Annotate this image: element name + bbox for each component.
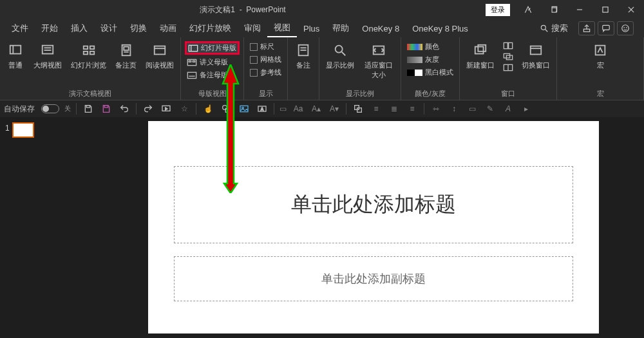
svg-rect-30 (193, 61, 194, 62)
font-decrease-icon[interactable]: A▾ (328, 103, 341, 115)
slide-master-button[interactable]: 幻灯片母版 (185, 41, 240, 55)
titlebar: 演示文稿1 - PowerPoint 登录 (0, 0, 644, 19)
group-window: 新建窗口 切换窗口 窗口 (460, 37, 557, 100)
slide-sorter-button[interactable]: 幻灯片浏览 (68, 40, 109, 71)
slideshow-start-icon[interactable] (160, 103, 173, 115)
title-placeholder[interactable]: 单击此处添加标题 (174, 166, 573, 243)
zoom-button[interactable]: 显示比例 (323, 40, 357, 71)
maximize-icon[interactable] (592, 0, 618, 19)
checkbox-icon (250, 43, 258, 51)
eyedropper-icon[interactable]: ✎ (484, 103, 497, 115)
overflow-icon[interactable]: ▸ (520, 103, 533, 115)
normal-view-button[interactable]: 普通 (4, 40, 27, 71)
align-left-icon[interactable]: ≡ (370, 103, 383, 115)
bring-front-icon[interactable] (352, 103, 365, 115)
group-label: 宏 (561, 88, 639, 99)
arrange-all-icon[interactable] (501, 41, 515, 50)
slide-area[interactable]: 单击此处添加标题 单击此处添加副标题 (103, 117, 644, 338)
notes-master-button[interactable]: 备注母版 (185, 70, 240, 80)
picture-icon[interactable] (238, 103, 251, 115)
cascade-icon[interactable] (501, 52, 515, 61)
align-right-icon[interactable]: ≡ (406, 103, 419, 115)
subtitle-placeholder[interactable]: 单击此处添加副标题 (174, 256, 573, 301)
color-button[interactable]: 颜色 (405, 41, 455, 52)
simplify-ribbon-icon[interactable] (515, 0, 541, 19)
blackwhite-button[interactable]: 黑白模式 (405, 67, 455, 78)
distribute-v-icon[interactable]: ↕ (448, 103, 460, 115)
tab-help[interactable]: 帮助 (326, 20, 355, 37)
tab-animations[interactable]: 动画 (153, 20, 183, 37)
tab-onekey8plus[interactable]: OneKey 8 Plus (406, 21, 475, 36)
switch-windows-button[interactable]: 切换窗口 (519, 40, 553, 71)
tab-view[interactable]: 视图 (267, 19, 297, 37)
tab-onekey8[interactable]: OneKey 8 (355, 21, 406, 36)
touch-icon[interactable]: ☝ (202, 103, 214, 115)
login-button[interactable]: 登录 (486, 4, 510, 16)
tab-home[interactable]: 开始 (35, 20, 64, 37)
star-icon[interactable]: ☆ (178, 103, 191, 115)
new-window-button[interactable]: 新建窗口 (464, 40, 497, 71)
tab-insert[interactable]: 插入 (64, 20, 94, 37)
font-color-icon[interactable]: Aa (292, 103, 305, 115)
redo-icon[interactable] (142, 103, 155, 115)
fit-window-button[interactable]: 适应窗口大小 (361, 40, 397, 81)
guides-checkbox[interactable]: 参考线 (248, 67, 283, 78)
checkbox-icon (250, 56, 258, 64)
thumbnail-preview[interactable] (14, 124, 33, 136)
svg-rect-31 (187, 72, 196, 78)
handout-master-button[interactable]: 讲义母版 (185, 57, 240, 68)
grayscale-button[interactable]: 灰度 (405, 54, 455, 65)
close-icon[interactable] (618, 0, 644, 19)
tab-plus[interactable]: Plus (297, 21, 326, 36)
tab-review[interactable]: 审阅 (238, 20, 267, 37)
title-separator: - (237, 5, 246, 14)
outline-view-button[interactable]: 大纲视图 (31, 40, 64, 71)
smile-icon[interactable] (617, 21, 634, 35)
thumbnail-number: 1 (5, 124, 10, 133)
align-center-icon[interactable]: ≣ (388, 103, 401, 115)
group-icon[interactable]: ▭ (466, 103, 478, 115)
group-notes: 备注 (288, 37, 319, 100)
tab-transitions[interactable]: 切换 (124, 20, 153, 37)
workspace: 1 单击此处添加标题 单击此处添加副标题 (0, 117, 644, 338)
comments-icon[interactable] (598, 21, 614, 35)
autosave-toggle[interactable] (41, 104, 59, 113)
gridlines-checkbox[interactable]: 网格线 (248, 54, 283, 65)
svg-point-36 (336, 46, 343, 53)
notes-page-button[interactable]: 备注页 (113, 40, 139, 71)
tab-slideshow[interactable]: 幻灯片放映 (183, 20, 238, 37)
reading-view-button[interactable]: 阅读视图 (143, 40, 176, 71)
text-effect-icon[interactable]: A (502, 103, 515, 115)
save-icon[interactable] (82, 103, 95, 115)
svg-rect-2 (603, 7, 608, 12)
thumbnail-pane[interactable]: 1 (0, 117, 103, 338)
doc-name: 演示文稿1 (200, 5, 235, 14)
group-zoom: 显示比例 适应窗口大小 显示比例 (319, 37, 401, 100)
tab-design[interactable]: 设计 (94, 20, 124, 37)
ribbon-tabs: 文件 开始 插入 设计 切换 动画 幻灯片放映 审阅 视图 Plus 帮助 On… (0, 19, 644, 37)
share-icon[interactable] (578, 21, 595, 35)
svg-rect-50 (86, 106, 90, 108)
search-box[interactable]: 搜索 (535, 23, 573, 34)
textbox-icon[interactable]: A (256, 103, 269, 115)
gray-swatch-icon (407, 57, 422, 63)
slide-canvas[interactable]: 单击此处添加标题 单击此处添加副标题 (148, 121, 599, 333)
search-label: 搜索 (551, 23, 568, 34)
macros-button[interactable]: 宏 (589, 40, 612, 71)
move-split-icon[interactable] (501, 63, 515, 72)
distribute-h-icon[interactable]: ⇿ (430, 103, 442, 115)
undo-icon[interactable] (118, 103, 131, 115)
restore-icon[interactable] (541, 0, 567, 19)
font-increase-icon[interactable]: A▴ (310, 103, 323, 115)
notes-button[interactable]: 备注 (292, 40, 315, 71)
save-purple-icon[interactable] (100, 103, 113, 115)
minimize-icon[interactable] (567, 0, 592, 19)
ruler-checkbox[interactable]: 标尺 (248, 41, 283, 52)
group-label: 显示比例 (323, 88, 397, 99)
autosave-label: 自动保存 (4, 104, 35, 115)
thumbnail-item[interactable]: 1 (5, 124, 98, 136)
svg-rect-8 (603, 25, 610, 30)
tab-file[interactable]: 文件 (5, 20, 35, 37)
font-placeholder-icon[interactable]: ▭ (279, 103, 287, 115)
shapes-icon[interactable] (220, 103, 232, 115)
